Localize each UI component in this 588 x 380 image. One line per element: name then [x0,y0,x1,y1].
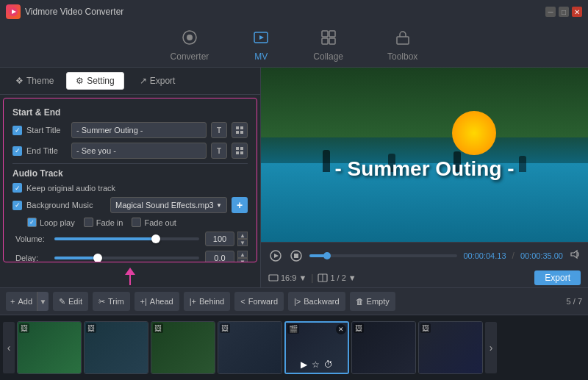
loop-play-checkbox[interactable] [27,218,37,227]
add-music-button[interactable]: + [232,197,248,213]
play-button[interactable] [268,248,283,263]
film-item-5-close-button[interactable]: ✕ [336,324,346,334]
behind-button[interactable]: |+ Behind [184,292,231,311]
delay-value[interactable]: 0.0 [205,251,234,262]
filmstrip-next-button[interactable]: › [485,322,497,373]
volume-up-button[interactable]: ▲ [237,232,248,239]
svg-rect-7 [329,31,335,37]
loop-play-option: Loop play [27,218,75,227]
start-title-input[interactable] [71,122,207,138]
start-title-checkbox[interactable] [12,126,22,135]
film-item-6[interactable]: 🖼 [351,321,416,374]
svg-marker-5 [259,35,264,40]
start-title-text-icon[interactable]: T [211,122,227,138]
bg-music-filename: Magical Sound Effects.mp3 [115,201,216,209]
trim-icon: ✂ [98,297,105,306]
right-panel: - Summer Outing - 00:00:04.13 [261,68,588,287]
empty-button[interactable]: 🗑 Empty [350,292,395,311]
volume-down-button[interactable]: ▼ [237,239,248,246]
end-title-checkbox[interactable] [12,146,22,156]
fade-out-checkbox[interactable] [132,218,141,227]
add-dropdown-button[interactable]: ▼ [37,292,49,311]
delay-up-button[interactable]: ▲ [237,251,248,258]
svg-rect-22 [294,254,298,258]
time-separator: / [512,251,514,261]
end-title-text-icon[interactable]: T [211,143,227,159]
export-button[interactable]: Export [534,270,581,285]
forward-icon: < [240,297,245,306]
titlebar-title: Vidmore Video Converter [25,7,123,17]
bg-music-row: Background Music Magical Sound Effects.m… [12,197,248,213]
progress-thumb[interactable] [323,252,331,259]
delay-slider[interactable] [54,257,199,259]
tab-export[interactable]: ↗ Export [130,72,185,90]
film-play-icon[interactable]: ▶ [301,359,307,370]
film-item-4[interactable]: 🖼 [218,321,282,374]
empty-icon: 🗑 [356,297,364,306]
end-title-row: End Title T [12,143,248,159]
film-item-2[interactable]: 🖼 [84,321,148,374]
filmstrip-prev-button[interactable]: ‹ [3,322,15,373]
keep-original-checkbox[interactable] [12,183,22,193]
video-progress-bar[interactable] [309,254,457,257]
volume-slider[interactable] [54,237,199,240]
film-item-7[interactable]: 🖼 [418,321,483,374]
up-arrow [125,268,135,285]
film-item-3[interactable]: 🖼 [151,321,215,374]
delay-down-button[interactable]: ▼ [237,258,248,262]
bg-music-select[interactable]: Magical Sound Effects.mp3 ▼ [110,197,227,213]
film-item-5[interactable]: 🎬 ✕ ▶ ☆ ⏱ [284,321,349,374]
nav-item-converter[interactable]: Converter [163,26,217,65]
stop-button[interactable] [289,248,304,263]
svg-marker-23 [571,251,577,258]
page-fraction-button[interactable]: 1 / 2 ▼ [318,273,356,283]
film-item-1[interactable]: 🖼 [17,321,82,374]
volume-value[interactable]: 100 [205,232,234,246]
delay-label: Delay: [15,254,49,262]
delay-thumb[interactable] [93,254,102,262]
add-icon: + [10,297,15,306]
top-navigation: Converter MV Collage Toolb [0,24,588,68]
trim-button[interactable]: ✂ Trim [93,292,130,311]
tab-setting[interactable]: ⚙ Setting [66,72,123,90]
film-star-icon[interactable]: ☆ [312,359,320,370]
aspect-ratio-button[interactable]: 16:9 ▼ [268,273,306,283]
settings-panel: Start & End Start Title T End Titl [3,98,257,262]
end-title-input[interactable] [71,143,207,159]
tab-theme[interactable]: ❖ Theme [6,72,63,90]
select-chevron-icon: ▼ [216,202,222,209]
minimize-button[interactable]: ─ [545,7,556,17]
edit-button[interactable]: ✎ Edit [53,292,88,311]
end-title-grid-icon[interactable] [232,143,248,159]
setting-label: Setting [87,76,114,86]
close-button[interactable]: ✕ [572,7,582,17]
nav-item-toolbox[interactable]: Toolbox [380,26,425,65]
bg-music-checkbox[interactable] [12,201,22,210]
forward-button[interactable]: < Forward [234,292,284,311]
volume-thumb[interactable] [151,234,160,243]
backward-button[interactable]: |> Backward [288,292,345,311]
divider-1 [12,163,248,164]
backward-label: Backward [304,297,339,306]
film-item-2-icon: 🖼 [86,323,96,333]
video-controls: 00:00:04.13 / 00:00:35.00 [261,242,588,268]
svg-marker-20 [274,254,279,258]
ahead-button[interactable]: +| Ahead [135,292,179,311]
add-button[interactable]: + Add [6,292,37,311]
start-title-grid-icon[interactable] [232,122,248,138]
start-title-row: Start Title T [12,122,248,138]
titlebar: Vidmore Video Converter ─ □ ✕ [0,0,588,24]
arrow-indicator [0,265,260,287]
ahead-label: Ahead [150,297,173,306]
video-overlay-text: - Summer Outing - [334,157,514,181]
film-item-5-controls: ▶ ☆ ⏱ [301,359,333,370]
svg-rect-6 [322,31,328,37]
collage-label: Collage [313,51,343,62]
fade-in-checkbox[interactable] [84,218,93,227]
maximize-button[interactable]: □ [559,7,569,17]
nav-item-mv[interactable]: MV [245,26,276,65]
theme-label: Theme [26,76,54,86]
volume-button[interactable] [569,248,581,262]
nav-item-collage[interactable]: Collage [306,26,351,65]
film-clock-icon[interactable]: ⏱ [324,359,333,370]
